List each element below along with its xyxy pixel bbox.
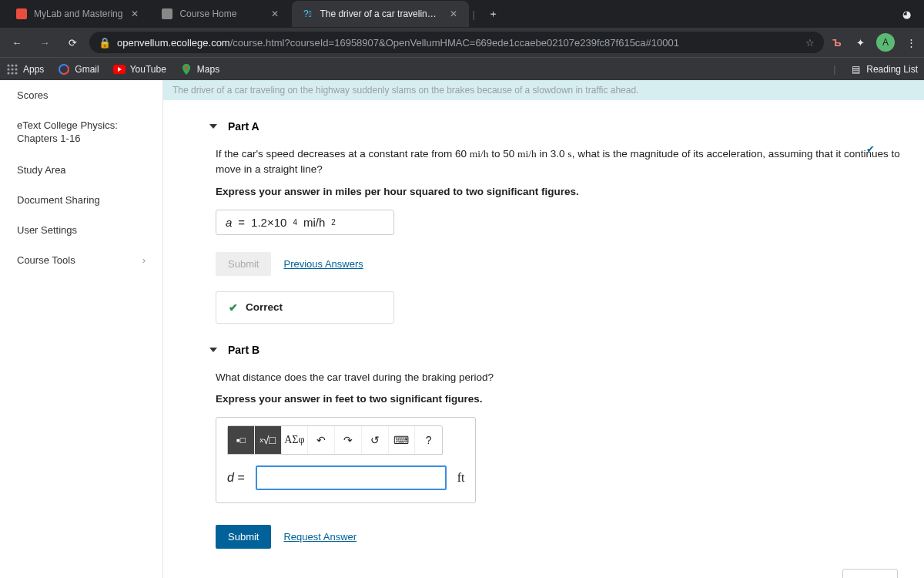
sidebar-item-tools[interactable]: Course Tools›: [0, 245, 162, 275]
back-button[interactable]: ←: [6, 32, 28, 53]
chevron-right-icon: ›: [142, 254, 146, 266]
tab-active[interactable]: ?⃝ The driver of a car traveling on ✕: [292, 1, 469, 27]
svg-point-8: [7, 72, 9, 74]
part-a-prompt: If the car's speed decreases at a consta…: [216, 146, 906, 178]
reading-list-icon: ▤: [849, 63, 862, 76]
unit-label: ft: [457, 471, 465, 485]
tab-title: MyLab and Mastering: [34, 8, 122, 19]
answer-input[interactable]: [256, 465, 447, 490]
part-b: Part B What distance does the car travel…: [182, 344, 906, 549]
tab-separator: |: [472, 8, 474, 20]
svg-rect-1: [162, 8, 172, 19]
tab-title: The driver of a car traveling on: [320, 8, 441, 19]
maps-icon: [180, 63, 192, 76]
previous-answers-link[interactable]: Previous Answers: [283, 258, 363, 270]
reload-button[interactable]: ⟳: [62, 32, 83, 53]
eq-keyboard-button[interactable]: ⌨: [389, 426, 416, 454]
part-a-hint: Express your answer in miles per hour sq…: [216, 186, 906, 197]
sidebar: Scores eText College Physics: Chapters 1…: [0, 80, 163, 578]
next-button[interactable]: Next›: [842, 569, 898, 578]
sidebar-item-etext[interactable]: eText College Physics: Chapters 1-16: [0, 110, 162, 155]
close-icon[interactable]: ✕: [447, 8, 460, 20]
collapse-toggle[interactable]: [209, 348, 217, 352]
check-icon: ✔: [229, 301, 238, 314]
variable-label: d =: [227, 471, 245, 485]
svg-point-10: [15, 72, 17, 74]
extensions-icon[interactable]: ✦: [853, 35, 867, 49]
tab-icon: [15, 8, 28, 20]
reading-list-button[interactable]: ▤Reading List: [849, 63, 918, 76]
new-tab-button[interactable]: ＋: [483, 3, 504, 25]
eq-greek-button[interactable]: ΑΣφ: [282, 426, 309, 454]
translate-icon[interactable]: Ъ: [830, 35, 844, 49]
tab-course-home[interactable]: Course Home ✕: [152, 1, 290, 27]
problem-banner: The driver of a car traveling on the hig…: [163, 80, 924, 100]
main-content: The driver of a car traveling on the hig…: [163, 80, 924, 578]
part-b-hint: Express your answer in feet to two signi…: [216, 393, 906, 405]
forward-button[interactable]: →: [34, 32, 55, 53]
sidebar-item-settings[interactable]: User Settings: [0, 215, 162, 245]
part-title: Part B: [228, 344, 259, 356]
submit-button-b[interactable]: Submit: [216, 525, 271, 549]
svg-point-3: [11, 64, 13, 66]
collapse-toggle[interactable]: [209, 124, 217, 129]
part-b-prompt: What distance does the car travel during…: [216, 370, 906, 385]
tab-icon: [161, 8, 173, 20]
bookmark-youtube[interactable]: YouTube: [113, 63, 166, 76]
apps-icon: [6, 63, 18, 76]
sidebar-item-scores[interactable]: Scores: [0, 80, 162, 110]
svg-point-6: [11, 68, 13, 70]
tab-mylab[interactable]: MyLab and Mastering ✕: [6, 1, 150, 27]
url-text: openvellum.ecollege.com/course.html?cour…: [117, 37, 799, 49]
help-icon: ?⃝: [301, 8, 313, 20]
tab-strip: MyLab and Mastering ✕ Course Home ✕ ?⃝ T…: [0, 0, 924, 28]
svg-point-14: [185, 66, 188, 69]
part-a: Part A ✔ If the car's speed decreases at…: [182, 120, 906, 324]
bookmark-maps[interactable]: Maps: [180, 63, 219, 76]
gmail-icon: [58, 63, 70, 76]
sidebar-item-docs[interactable]: Document Sharing: [0, 185, 162, 215]
svg-rect-0: [16, 8, 27, 19]
check-icon: ✔: [866, 143, 875, 155]
avatar[interactable]: A: [876, 33, 895, 52]
eq-undo-button[interactable]: ↶: [308, 426, 335, 454]
correct-indicator: ✔ Correct: [216, 291, 394, 324]
toolbar: ← → ⟳ 🔒 openvellum.ecollege.com/course.h…: [0, 28, 924, 57]
eq-template-button[interactable]: ▪□: [228, 426, 255, 454]
answer-display: a = 1.2×104 mi/h2: [216, 210, 394, 235]
bookmarks-bar: Apps Gmail YouTube Maps | ▤Reading List: [0, 57, 924, 80]
equation-input-wrap: ▪□ x√□ ΑΣφ ↶ ↷ ↺ ⌨ ? d = ft: [216, 417, 476, 503]
svg-point-5: [7, 68, 9, 70]
window-control-icon[interactable]: ◕: [899, 7, 913, 21]
menu-icon[interactable]: ⋮: [904, 35, 918, 49]
close-icon[interactable]: ✕: [129, 8, 141, 20]
svg-point-7: [15, 68, 17, 70]
tab-title: Course Home: [179, 8, 263, 19]
equation-toolbar: ▪□ x√□ ΑΣφ ↶ ↷ ↺ ⌨ ?: [227, 425, 443, 455]
star-icon[interactable]: ☆: [805, 37, 815, 49]
bookmark-gmail[interactable]: Gmail: [58, 63, 99, 76]
close-icon[interactable]: ✕: [269, 8, 281, 20]
eq-root-button[interactable]: x√□: [255, 426, 282, 454]
part-title: Part A: [228, 120, 259, 133]
eq-redo-button[interactable]: ↷: [335, 426, 362, 454]
submit-button-a: Submit: [216, 252, 271, 276]
address-bar[interactable]: 🔒 openvellum.ecollege.com/course.html?co…: [89, 32, 824, 53]
eq-help-button[interactable]: ?: [415, 426, 442, 454]
request-answer-link[interactable]: Request Answer: [283, 531, 357, 543]
svg-point-9: [11, 72, 13, 74]
youtube-icon: [113, 63, 126, 76]
svg-point-4: [15, 64, 17, 66]
svg-point-2: [7, 64, 9, 66]
lock-icon: 🔒: [99, 37, 111, 49]
sidebar-item-study[interactable]: Study Area: [0, 155, 162, 185]
eq-reset-button[interactable]: ↺: [362, 426, 389, 454]
apps-button[interactable]: Apps: [6, 63, 44, 76]
